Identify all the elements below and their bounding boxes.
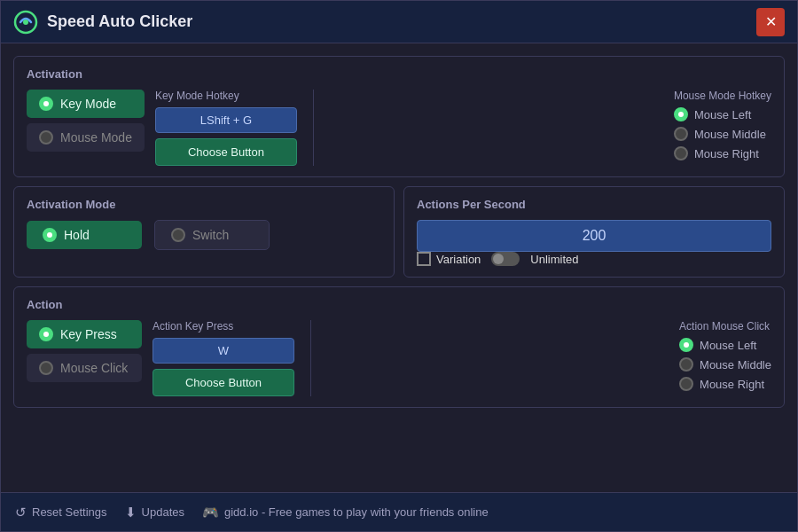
- reset-icon: ↺: [15, 505, 27, 520]
- mouse-mode-button[interactable]: Mouse Mode: [27, 123, 145, 152]
- action-choose-button[interactable]: Choose Button: [153, 369, 294, 396]
- activation-section: Activation Key Mode Mouse Mode Key Mode …: [13, 56, 785, 177]
- mouse-right-option[interactable]: Mouse Right: [674, 146, 771, 160]
- hold-button[interactable]: Hold: [27, 221, 142, 249]
- divider2: [310, 320, 311, 396]
- app-window: Speed Auto Clicker ✕ Activation Key Mode…: [0, 0, 798, 532]
- mouse-click-button[interactable]: Mouse Click: [27, 354, 142, 382]
- divider: [313, 90, 314, 166]
- svg-point-1: [23, 20, 28, 25]
- action-mouse-right-option[interactable]: Mouse Right: [679, 377, 771, 391]
- unlimited-toggle[interactable]: [491, 252, 520, 266]
- hold-radio: [43, 228, 57, 242]
- middle-row: Activation Mode Hold Switch Actions Per …: [13, 186, 785, 278]
- mouse-middle-radio: [674, 127, 688, 141]
- action-title: Action: [27, 298, 771, 311]
- action-section: Action Key Press Mouse Click Action Key …: [13, 286, 785, 408]
- action-mouse-left-radio: [679, 338, 693, 352]
- mouse-mode-hotkey-section: Mouse Mode Hotkey Mouse Left Mouse Middl…: [674, 90, 771, 160]
- activation-row: Key Mode Mouse Mode Key Mode Hotkey LShi…: [27, 90, 771, 166]
- window-title: Speed Auto Clicker: [47, 12, 756, 31]
- action-mouse-middle-option[interactable]: Mouse Middle: [679, 357, 771, 372]
- key-mode-button[interactable]: Key Mode: [27, 90, 145, 118]
- mouse-left-option[interactable]: Mouse Left: [674, 107, 771, 121]
- action-modes: Key Press Mouse Click: [27, 320, 142, 382]
- action-mouse-left-option[interactable]: Mouse Left: [679, 338, 771, 352]
- app-icon: [13, 10, 38, 35]
- switch-button[interactable]: Switch: [154, 220, 270, 250]
- gidd-link[interactable]: 🎮 gidd.io - Free games to play with your…: [202, 505, 489, 520]
- titlebar: Speed Auto Clicker ✕: [1, 1, 797, 43]
- key-press-radio: [39, 327, 53, 341]
- key-mode-hotkey-input[interactable]: LShift + G: [155, 107, 297, 133]
- key-press-button[interactable]: Key Press: [27, 320, 142, 348]
- footer: ↺ Reset Settings ⬇ Updates 🎮 gidd.io - F…: [1, 492, 797, 531]
- main-content: Activation Key Mode Mouse Mode Key Mode …: [1, 43, 797, 492]
- action-mouse-middle-radio: [679, 357, 693, 372]
- key-mode-radio: [39, 97, 53, 111]
- variation-checkbox[interactable]: [417, 252, 431, 266]
- activation-modes: Key Mode Mouse Mode: [27, 90, 145, 152]
- aps-title: Actions Per Second: [417, 198, 771, 211]
- mouse-mode-radio: [39, 130, 53, 145]
- gidd-icon: 🎮: [202, 505, 219, 520]
- key-mode-hotkey-section: Key Mode Hotkey LShift + G Choose Button: [155, 90, 297, 166]
- close-button[interactable]: ✕: [756, 8, 785, 36]
- activation-mode-title: Activation Mode: [27, 198, 381, 211]
- key-mode-choose-button[interactable]: Choose Button: [155, 138, 297, 166]
- mouse-middle-option[interactable]: Mouse Middle: [674, 127, 771, 141]
- updates-button[interactable]: ⬇ Updates: [125, 505, 184, 520]
- action-key-press-section: Action Key Press W Choose Button: [153, 320, 294, 396]
- aps-input[interactable]: 200: [417, 220, 771, 252]
- action-mouse-right-radio: [679, 377, 693, 391]
- act-mode-row: Hold Switch: [27, 220, 381, 250]
- action-mouse-click-section: Action Mouse Click Mouse Left Mouse Midd…: [679, 320, 771, 391]
- variation-checkbox-wrap[interactable]: Variation: [417, 252, 481, 266]
- action-row: Key Press Mouse Click Action Key Press W…: [27, 320, 771, 396]
- switch-radio: [171, 228, 185, 242]
- reset-settings-button[interactable]: ↺ Reset Settings: [15, 505, 107, 520]
- aps-options: Variation Unlimited: [417, 252, 771, 266]
- mouse-click-radio: [39, 361, 53, 375]
- activation-mode-section: Activation Mode Hold Switch: [13, 186, 395, 278]
- activation-title: Activation: [27, 67, 771, 81]
- updates-icon: ⬇: [125, 505, 137, 520]
- mouse-right-radio: [674, 146, 688, 160]
- action-key-input[interactable]: W: [153, 338, 294, 364]
- aps-section: Actions Per Second 200 Variation Unlimit…: [403, 186, 785, 278]
- mouse-left-radio: [674, 107, 688, 121]
